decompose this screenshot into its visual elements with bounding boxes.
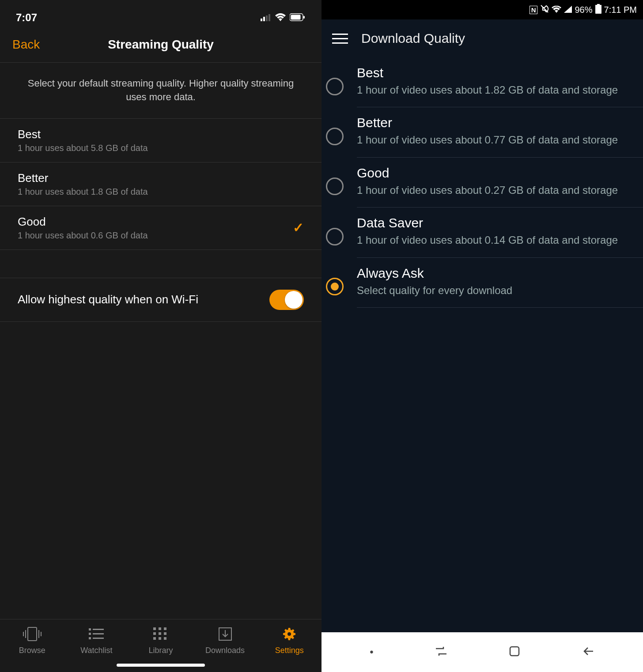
android-toolbar: Download Quality: [322, 19, 643, 57]
tab-library[interactable]: Library: [132, 627, 189, 655]
svg-rect-3: [269, 14, 270, 21]
ios-status-icons: [261, 11, 306, 24]
svg-rect-5: [291, 15, 301, 20]
option-label: Data Saver: [357, 215, 632, 230]
option-label: Always Ask: [357, 266, 632, 281]
recents-button[interactable]: [435, 646, 448, 658]
svg-rect-14: [89, 637, 91, 639]
quality-option-always-ask[interactable]: Always Ask Select quality for every down…: [322, 258, 643, 308]
ios-time: 7:07: [16, 11, 37, 24]
page-title: Download Quality: [361, 31, 465, 46]
quality-option-good[interactable]: Good 1 hour uses about 0.6 GB of data ✓: [0, 206, 322, 250]
svg-rect-13: [89, 633, 91, 635]
cellular-signal-icon: [564, 5, 572, 15]
svg-rect-15: [93, 629, 104, 630]
svg-rect-23: [164, 632, 166, 635]
back-button[interactable]: Back: [12, 38, 40, 52]
radio-icon: [326, 228, 344, 245]
option-label: Better: [357, 115, 632, 130]
svg-rect-0: [261, 19, 262, 21]
battery-icon: [595, 4, 601, 16]
checkmark-icon: ✓: [293, 220, 304, 235]
android-phone: N 96% 7:11 PM Download Quality Best 1 ho…: [322, 0, 643, 672]
option-sub: 1 hour uses about 5.8 GB of data: [18, 143, 148, 153]
nav-dot: •: [370, 646, 373, 658]
section-gap: [0, 250, 322, 278]
svg-rect-21: [153, 632, 156, 635]
radio-icon: [326, 78, 344, 95]
tab-label: Browse: [19, 646, 45, 655]
option-sub: 1 hour of video uses about 0.27 GB of da…: [357, 183, 632, 197]
mute-icon: [540, 4, 549, 15]
watchlist-icon: [89, 627, 104, 642]
tab-label: Downloads: [205, 646, 245, 655]
svg-rect-6: [303, 16, 305, 19]
svg-rect-16: [93, 633, 104, 634]
android-statusbar: N 96% 7:11 PM: [322, 0, 643, 19]
library-icon: [153, 627, 168, 642]
radio-icon: [326, 128, 344, 145]
menu-icon[interactable]: [332, 34, 348, 44]
wifi-quality-toggle-row[interactable]: Allow highest quality when on Wi-Fi: [0, 278, 322, 322]
android-time: 7:11 PM: [604, 5, 637, 15]
quality-option-best[interactable]: Best 1 hour of video uses about 1.82 GB …: [322, 57, 643, 107]
svg-rect-25: [159, 637, 161, 640]
page-title: Streaming Quality: [108, 38, 214, 52]
option-sub: 1 hour of video uses about 0.77 GB of da…: [357, 133, 632, 147]
back-button[interactable]: [582, 646, 595, 658]
toggle-label: Allow highest quality when on Wi-Fi: [18, 293, 198, 306]
ios-phone: 7:07 Back Streaming Quality Select your …: [0, 0, 322, 672]
option-label: Good: [357, 166, 632, 181]
downloads-icon: [218, 627, 232, 642]
quality-option-better[interactable]: Better 1 hour uses about 1.8 GB of data: [0, 162, 322, 206]
svg-rect-18: [153, 627, 156, 630]
svg-rect-2: [266, 15, 268, 21]
browse-icon: [23, 627, 42, 642]
cellular-signal-icon: [261, 11, 271, 24]
svg-rect-26: [164, 637, 166, 640]
option-label: Better: [18, 171, 148, 185]
tab-label: Watchlist: [80, 646, 112, 655]
android-navbar: •: [322, 632, 643, 672]
ios-navbar: Back Streaming Quality: [0, 26, 322, 63]
option-sub: 1 hour of video uses about 1.82 GB of da…: [357, 83, 632, 97]
option-sub: 1 hour uses about 1.8 GB of data: [18, 187, 148, 197]
svg-rect-1: [263, 17, 265, 21]
wifi-icon: [275, 11, 286, 24]
svg-rect-12: [89, 628, 91, 630]
quality-option-data-saver[interactable]: Data Saver 1 hour of video uses about 0.…: [322, 208, 643, 257]
svg-rect-24: [153, 637, 156, 640]
svg-rect-22: [159, 632, 161, 635]
option-sub: Select quality for every download: [357, 283, 632, 298]
svg-rect-19: [159, 627, 161, 630]
nfc-icon: N: [530, 6, 538, 14]
tab-browse[interactable]: Browse: [4, 627, 61, 655]
tab-settings[interactable]: Settings: [261, 627, 318, 655]
battery-icon: [290, 11, 306, 24]
ios-statusbar: 7:07: [0, 0, 322, 26]
quality-option-good[interactable]: Good 1 hour of video uses about 0.27 GB …: [322, 158, 643, 208]
quality-option-best[interactable]: Best 1 hour uses about 5.8 GB of data: [0, 119, 322, 162]
radio-icon: [326, 278, 344, 295]
option-label: Best: [18, 128, 148, 141]
svg-rect-20: [164, 627, 166, 630]
radio-icon: [326, 177, 344, 195]
svg-rect-31: [595, 5, 601, 14]
settings-icon: [282, 627, 297, 642]
option-sub: 1 hour of video uses about 0.14 GB of da…: [357, 233, 632, 247]
wifi-icon: [552, 5, 561, 15]
svg-rect-32: [510, 647, 519, 656]
home-indicator[interactable]: [117, 664, 205, 667]
toggle-switch[interactable]: [269, 290, 304, 310]
svg-rect-17: [93, 638, 104, 639]
option-label: Good: [18, 215, 148, 229]
home-button[interactable]: [509, 646, 520, 659]
battery-percent: 96%: [575, 5, 592, 15]
quality-option-better[interactable]: Better 1 hour of video uses about 0.77 G…: [322, 107, 643, 157]
tab-watchlist[interactable]: Watchlist: [68, 627, 125, 655]
option-sub: 1 hour uses about 0.6 GB of data: [18, 230, 148, 241]
svg-rect-7: [28, 627, 37, 641]
tab-label: Settings: [275, 646, 304, 655]
tab-label: Library: [148, 646, 173, 655]
tab-downloads[interactable]: Downloads: [197, 627, 254, 655]
